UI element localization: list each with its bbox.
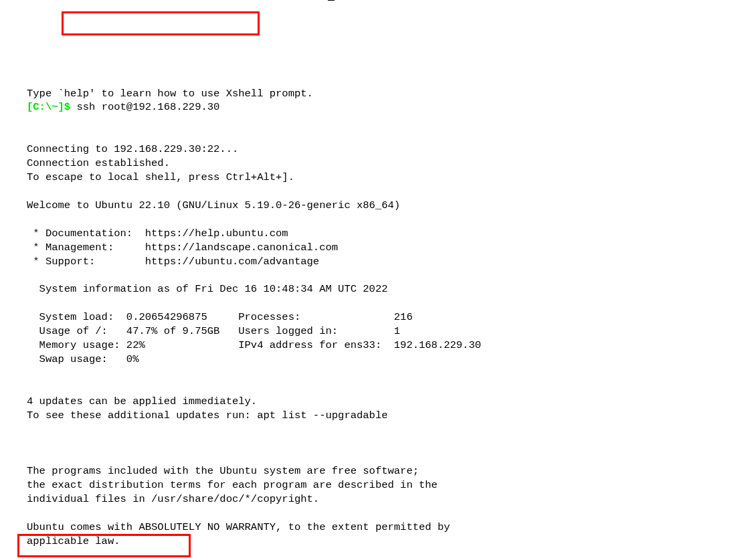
updates-text: 4 updates can be applied immediately.: [27, 395, 257, 407]
welcome-text: Welcome to Ubuntu 22.10 (GNU/Linux 5.19.…: [27, 199, 400, 211]
warranty-text: Ubuntu comes with ABSOLUTELY NO WARRANTY…: [27, 521, 450, 533]
links-documentation: * Documentation: https://help.ubuntu.com: [27, 227, 288, 240]
intro-text: Type `help' to learn how to use Xshell p…: [27, 88, 313, 100]
warranty-text: applicable law.: [27, 535, 120, 547]
sysinfo-row: System load: 0.20654296875 Processes: 21…: [27, 311, 413, 323]
sysinfo-row: Memory usage: 22% IPv4 address for ens33…: [27, 339, 481, 351]
established-text: Connection established.: [27, 157, 170, 169]
updates-hint: To see these additional updates run: apt…: [27, 409, 388, 422]
links-management: * Management: https://landscape.canonica…: [27, 242, 338, 254]
local-prompt: [C:\~]$: [27, 101, 70, 113]
window-edge-mark: [328, 0, 335, 1]
highlight-ssh-command: [62, 11, 260, 35]
sysinfo-header: System information as of Fri Dec 16 10:4…: [27, 283, 388, 295]
sysinfo-row: Usage of /: 47.7% of 9.75GB Users logged…: [27, 325, 400, 337]
sysinfo-row: Swap usage: 0%: [27, 353, 139, 365]
legal-text: individual files in /usr/share/doc/*/cop…: [27, 493, 319, 505]
terminal-output[interactable]: Type `help' to learn how to use Xshell p…: [0, 84, 734, 560]
links-support: * Support: https://ubuntu.com/advantage: [27, 256, 319, 268]
ssh-command: ssh root@192.168.229.30: [70, 101, 219, 113]
escape-text: To escape to local shell, press Ctrl+Alt…: [27, 171, 294, 183]
legal-text: The programs included with the Ubuntu sy…: [27, 465, 419, 477]
connecting-text: Connecting to 192.168.229.30:22...: [27, 143, 238, 155]
legal-text: the exact distribution terms for each pr…: [27, 479, 438, 491]
